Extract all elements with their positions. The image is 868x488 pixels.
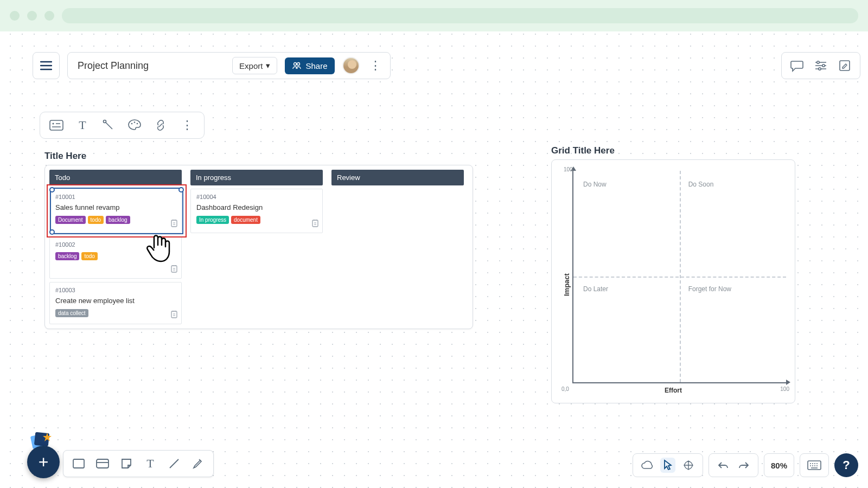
pan-tool-icon[interactable] (681, 458, 696, 473)
chrome-dot (10, 11, 20, 21)
svg-rect-13 (171, 266, 177, 272)
pointer-tool-icon[interactable] (660, 458, 675, 473)
quadrant-label: Do Now (583, 181, 607, 188)
svg-rect-19 (73, 459, 84, 468)
title-bar: Project Planning Export ▾ Share ⋮ (67, 52, 391, 79)
column-header[interactable]: Todo (49, 170, 182, 185)
pointer-mode-cluster (633, 453, 703, 477)
undo-icon[interactable] (716, 458, 731, 473)
redo-icon[interactable] (736, 458, 751, 473)
zoom-cluster[interactable]: 80% (764, 453, 794, 477)
svg-rect-15 (312, 220, 318, 227)
keyboard-cluster[interactable] (800, 453, 829, 477)
priority-grid[interactable]: Do Now Do Soon Do Later Forget for Now 1… (551, 159, 795, 403)
edit-note-icon[interactable] (837, 58, 852, 73)
card-tool-icon[interactable] (95, 456, 110, 471)
tag: data collect (55, 309, 88, 317)
highlighter-tool-icon[interactable] (190, 456, 206, 471)
connector-icon[interactable] (101, 118, 116, 133)
canvas[interactable]: Project Planning Export ▾ Share ⋮ (0, 31, 868, 488)
text-icon[interactable]: T (75, 118, 90, 133)
chat-icon[interactable] (789, 58, 805, 73)
y-axis-max-tick: 100 (564, 166, 573, 172)
card-id: #10004 (196, 194, 317, 200)
export-label: Export (239, 61, 263, 70)
user-avatar[interactable] (342, 57, 360, 74)
keyboard-icon (807, 458, 822, 473)
tag: backlog (55, 252, 79, 260)
chrome-dot (44, 11, 54, 21)
svg-rect-14 (171, 311, 177, 318)
people-icon (292, 62, 301, 69)
kanban-card[interactable]: #10001 Sales funnel revamp Document todo… (49, 189, 182, 233)
help-button[interactable]: ? (834, 453, 858, 477)
kanban-board[interactable]: Todo #10001 Sales funnel revamp Document… (44, 165, 473, 329)
more-menu-button[interactable]: ⋮ (367, 59, 384, 73)
cloud-sync-icon[interactable] (640, 458, 655, 473)
kanban-card[interactable]: #10002 backlog todo (49, 236, 182, 279)
kanban-card[interactable]: #10004 Dashboard Redesign In progress do… (190, 189, 323, 233)
kanban-column-in-progress[interactable]: In progress #10004 Dashboard Redesign In… (190, 170, 323, 324)
share-button[interactable]: Share (285, 57, 335, 74)
svg-point-4 (819, 68, 821, 70)
add-button[interactable]: + (27, 446, 60, 478)
browser-chrome (0, 0, 868, 31)
x-axis-label: Effort (665, 387, 682, 394)
column-header[interactable]: In progress (190, 170, 323, 185)
notes-icon[interactable] (170, 265, 178, 275)
sticky-note-tool-icon[interactable] (119, 456, 134, 471)
card-tags: In progress document (196, 216, 317, 224)
kanban-column-review[interactable]: Review (331, 170, 464, 324)
grid-axes: Do Now Do Soon Do Later Forget for Now (572, 171, 786, 383)
text-tool-icon[interactable]: T (143, 456, 158, 471)
x-axis-max-tick: 100 (780, 386, 789, 392)
context-more-button[interactable]: ⋮ (179, 118, 195, 132)
notes-icon[interactable] (311, 219, 319, 229)
svg-rect-5 (840, 61, 850, 70)
card-tags: Document todo backlog (55, 216, 176, 224)
project-title[interactable]: Project Planning (78, 60, 149, 72)
palette-icon[interactable] (127, 118, 142, 133)
help-label: ? (843, 458, 850, 472)
view-controls: 80% ? (633, 453, 858, 477)
card-title: Create new employee list (55, 297, 176, 305)
share-label: Share (305, 61, 327, 70)
svg-rect-12 (171, 220, 177, 227)
kanban-title[interactable]: Title Here (44, 151, 86, 162)
svg-marker-18 (43, 433, 52, 441)
svg-rect-17 (34, 432, 49, 447)
quadrant-label: Do Later (583, 285, 608, 293)
grid-title[interactable]: Grid Title Here (551, 145, 615, 156)
svg-point-1 (297, 63, 300, 66)
history-cluster (709, 453, 758, 477)
card-tags: backlog todo (55, 252, 176, 260)
card-id: #10002 (55, 241, 176, 248)
svg-point-8 (104, 120, 106, 123)
export-button[interactable]: Export ▾ (232, 57, 277, 74)
svg-point-11 (137, 123, 138, 125)
kanban-card[interactable]: #10003 Create new employee list data col… (49, 282, 182, 324)
shape-toolbar: T (63, 450, 214, 477)
svg-line-22 (170, 459, 178, 468)
sliders-icon[interactable] (813, 58, 828, 73)
svg-point-2 (817, 61, 819, 63)
svg-point-10 (134, 121, 136, 123)
line-tool-icon[interactable] (167, 456, 182, 471)
notes-icon[interactable] (170, 310, 178, 320)
svg-rect-20 (97, 459, 108, 468)
notes-icon[interactable] (170, 219, 178, 229)
svg-point-9 (131, 123, 133, 125)
tag: backlog (106, 216, 130, 224)
zoom-level: 80% (771, 461, 787, 470)
card-icon[interactable] (49, 118, 64, 133)
svg-point-3 (822, 65, 825, 67)
tag: todo (88, 216, 104, 224)
column-header[interactable]: Review (331, 170, 464, 185)
menu-button[interactable] (33, 52, 60, 79)
kanban-column-todo[interactable]: Todo #10001 Sales funnel revamp Document… (49, 170, 182, 324)
card-tags: data collect (55, 309, 176, 317)
rectangle-tool-icon[interactable] (71, 456, 86, 471)
chrome-dot (27, 11, 37, 21)
link-icon[interactable] (153, 118, 168, 133)
tag: Document (55, 216, 86, 224)
